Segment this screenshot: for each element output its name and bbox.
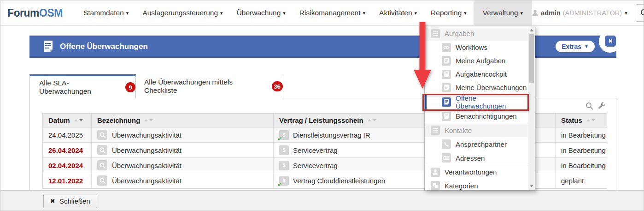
menu-item-kategorien[interactable]: Kategorien: [425, 179, 528, 190]
menu-item-label: Ansprechpartner: [456, 140, 507, 148]
table-cell-datum[interactable]: 02.04.2024: [43, 158, 92, 173]
menu-item-label: Meine Überwachungen: [456, 84, 527, 91]
table-cell-bezeichnung[interactable]: Überwachungsaktivität: [92, 127, 274, 143]
vertrag-value: Servicevertrag: [293, 146, 338, 154]
panel-close-wrap: ✖: [599, 30, 621, 53]
column-header-status[interactable]: Status: [556, 114, 607, 127]
column-header-bezeichnung[interactable]: Bezeichnung: [92, 114, 274, 127]
document-icon: [43, 41, 53, 52]
document-icon: [442, 97, 451, 107]
scrollbar-thumb[interactable]: [529, 34, 534, 83]
chevron-down-icon: ▾: [126, 10, 129, 16]
menu-item-label: Workflows: [456, 43, 487, 51]
sort-icon: [144, 119, 153, 121]
chevron-down-icon: ▾: [625, 10, 627, 16]
menu-item-verantwortungen[interactable]: Verantwortungen: [425, 165, 528, 179]
table-settings-button[interactable]: [598, 102, 606, 112]
document-icon: [442, 56, 451, 66]
table-search-button[interactable]: [585, 102, 593, 112]
close-button[interactable]: ✖ Schließen: [43, 194, 97, 208]
datum-value: 02.04.2024: [48, 162, 83, 169]
bezeichnung-value: Überwachungsaktivität: [112, 177, 181, 185]
table-cell-status[interactable]: in Bearbeitung: [556, 158, 607, 173]
menu-label: Stammdaten: [83, 9, 124, 17]
scroll-down-icon[interactable]: [530, 185, 533, 187]
table-cell-status[interactable]: in Bearbeitung: [556, 127, 607, 143]
table-cell-bezeichnung[interactable]: Überwachungsaktivität: [92, 158, 274, 173]
app-window: ForumOSM Stammdaten▾ Auslagerungssteueru…: [0, 0, 644, 211]
table-cell-status[interactable]: geplant: [556, 173, 607, 188]
monitoring-activity-icon: [97, 130, 107, 140]
chevron-down-icon: ▾: [363, 10, 366, 16]
sort-icon: [74, 119, 83, 121]
tab-label: Alle SLA-Überwachungen: [39, 79, 120, 96]
column-header-datum[interactable]: Datum: [43, 114, 92, 127]
column-label: Bezeichnung: [97, 116, 140, 124]
global-search-button[interactable]: [636, 4, 644, 22]
menu-reporting[interactable]: Reporting▾: [424, 0, 474, 25]
menu-item-benachrichtigungen[interactable]: Benachrichtigungen: [425, 109, 528, 123]
menu-aktivitaeten[interactable]: Aktivitäten▾: [372, 0, 424, 25]
menu-ueberwachung[interactable]: Überwachung▾: [230, 0, 293, 25]
menu-item-ansprechpartner[interactable]: Ansprechpartner: [425, 137, 528, 151]
menu-stammdaten[interactable]: Stammdaten▾: [76, 0, 135, 25]
menu-item-adressen[interactable]: Adressen: [425, 151, 528, 165]
user-menu[interactable]: admin (ADMINISTRATOR) ▾: [532, 9, 627, 17]
chevron-down-icon: ▼: [584, 44, 589, 49]
logo-part-2: OSM: [39, 7, 63, 19]
menu-item-aufgabencockpit[interactable]: Aufgabencockpit: [425, 67, 528, 81]
categories-icon: [431, 181, 440, 190]
menu-label: Verwaltung: [483, 9, 518, 17]
scroll-up-icon[interactable]: [530, 29, 533, 31]
search-icon: [585, 102, 593, 110]
status-value: in Bearbeitung: [561, 146, 606, 154]
menu-item-label: Kategorien: [445, 182, 478, 190]
bezeichnung-value: Überwachungsaktivität: [112, 162, 181, 169]
document-icon: [442, 70, 451, 79]
table-cell-bezeichnung[interactable]: Überwachungsaktivität: [92, 143, 274, 158]
monitoring-activity-icon: [97, 145, 107, 155]
tab-badge: 9: [125, 82, 135, 92]
user-icon: [532, 10, 538, 16]
table-cell-bezeichnung[interactable]: Überwachungsaktivität: [92, 173, 274, 188]
panel-close-button[interactable]: ✖: [605, 36, 616, 47]
menu-item-meine-ueberwachungen[interactable]: Meine Überwachungen: [425, 81, 528, 94]
menu-item-label: Benachrichtigungen: [456, 112, 517, 120]
list-icon: [431, 29, 440, 38]
logo-part-1: Forum: [7, 7, 39, 19]
menu-item-offene-ueberwachungen[interactable]: Offene Überwachungen: [425, 94, 528, 109]
extras-label: Extras: [562, 43, 581, 50]
app-logo[interactable]: ForumOSM: [7, 7, 63, 19]
close-icon: ✖: [608, 38, 613, 44]
chevron-down-icon: ▾: [415, 10, 417, 16]
address-card-icon: [442, 153, 451, 163]
menu-item-label: Aufgabencockpit: [456, 70, 507, 78]
menu-verwaltung[interactable]: Verwaltung▾: [474, 0, 532, 25]
check-icon: ✔: [277, 135, 282, 142]
table-cell-status[interactable]: in Bearbeitung: [556, 143, 607, 158]
column-label: Datum: [48, 116, 70, 124]
menu-auslagerungssteuerung[interactable]: Auslagerungssteuerung▾: [135, 0, 229, 25]
contract-icon: $: [279, 145, 289, 155]
menu-item-meine-aufgaben[interactable]: Meine Aufgaben: [425, 54, 528, 67]
page-title-text: Offene Überwachungen: [60, 42, 148, 51]
tab-sla-ueberwachungen[interactable]: Alle SLA-Überwachungen 9: [29, 74, 136, 98]
tab-label: Alle Überwachungen mittels Checkliste: [144, 78, 266, 95]
vertrag-value: Servicevertrag: [293, 162, 338, 169]
tab-badge: 36: [272, 81, 283, 91]
document-icon: [442, 112, 451, 121]
wrench-icon: [598, 102, 606, 110]
section-label: Aufgaben: [445, 30, 474, 37]
dropdown-scrollbar[interactable]: [528, 26, 535, 190]
menu-item-workflows[interactable]: Workflows: [425, 41, 528, 54]
vertrag-value: Vertrag Clouddienstleistungen: [293, 177, 385, 185]
menu-section-kontakte: Kontakte: [425, 123, 528, 137]
table-cell-datum[interactable]: 24.04.2025: [43, 127, 92, 143]
monitoring-activity-icon: [97, 175, 107, 186]
menu-item-label: Meine Aufgaben: [456, 57, 505, 65]
menu-risikomanagement[interactable]: Risikomanagement▾: [293, 0, 372, 25]
extras-button[interactable]: Extras ▼: [556, 41, 595, 52]
table-cell-datum[interactable]: 26.04.2024: [43, 143, 92, 158]
table-cell-datum[interactable]: 12.01.2022: [43, 173, 92, 188]
tab-checkliste-ueberwachungen[interactable]: Alle Überwachungen mittels Checkliste 36: [136, 74, 283, 98]
